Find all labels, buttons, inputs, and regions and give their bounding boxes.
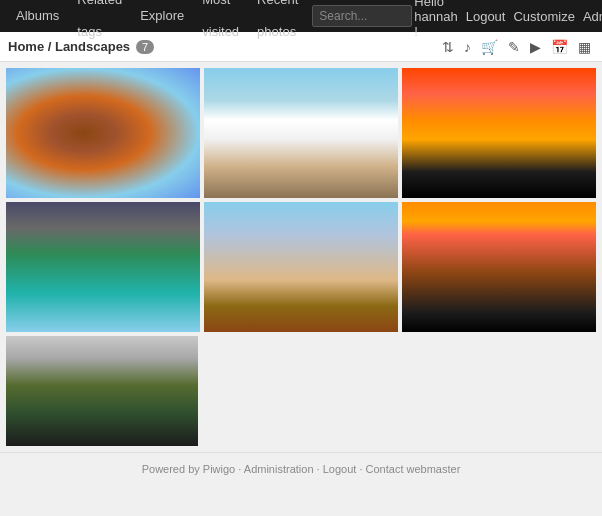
photo-4[interactable] — [6, 202, 200, 332]
search-input[interactable] — [312, 5, 412, 27]
photo-7[interactable] — [6, 336, 198, 446]
top-navigation: Albums Related tags Explore Most visited… — [0, 0, 602, 32]
photo-5[interactable] — [204, 202, 398, 332]
footer-powered-by: Powered by Piwigo — [142, 463, 236, 475]
photo-row-1 — [6, 68, 596, 198]
footer: Powered by Piwigo · Administration · Log… — [0, 452, 602, 485]
nav-albums[interactable]: Albums — [8, 0, 67, 32]
cart-icon[interactable]: 🛒 — [478, 37, 501, 57]
photo-3[interactable] — [402, 68, 596, 198]
footer-logout-link[interactable]: Logout — [323, 463, 357, 475]
admin-link[interactable]: Admin — [583, 9, 602, 24]
greeting-text: Hello hannah ! — [414, 0, 457, 39]
empty-space — [202, 336, 596, 446]
nav-recent-photos[interactable]: Recent photos — [249, 0, 306, 48]
photo-count-badge: 7 — [136, 40, 154, 54]
nav-explore[interactable]: Explore — [132, 0, 192, 32]
photo-1[interactable] — [6, 68, 200, 198]
toolbar: ⇅ ♪ 🛒 ✎ ▶ 📅 ▦ — [439, 37, 594, 57]
photo-row-3 — [6, 336, 596, 446]
edit-icon[interactable]: ✎ — [505, 37, 523, 57]
photo-2[interactable] — [204, 68, 398, 198]
photo-row-2 — [6, 202, 596, 332]
photo-6[interactable] — [402, 202, 596, 332]
nav-most-visited[interactable]: Most visited — [194, 0, 247, 48]
calendar-icon[interactable]: 📅 — [548, 37, 571, 57]
sort-icon[interactable]: ⇅ — [439, 37, 457, 57]
music-icon[interactable]: ♪ — [461, 37, 474, 57]
footer-administration-link[interactable]: Administration — [244, 463, 314, 475]
grid-icon[interactable]: ▦ — [575, 37, 594, 57]
photo-grid — [0, 62, 602, 452]
play-icon[interactable]: ▶ — [527, 37, 544, 57]
logout-link[interactable]: Logout — [466, 9, 506, 24]
customize-link[interactable]: Customize — [513, 9, 574, 24]
footer-contact-link[interactable]: Contact webmaster — [366, 463, 461, 475]
breadcrumb: Home / Landscapes — [8, 39, 130, 54]
